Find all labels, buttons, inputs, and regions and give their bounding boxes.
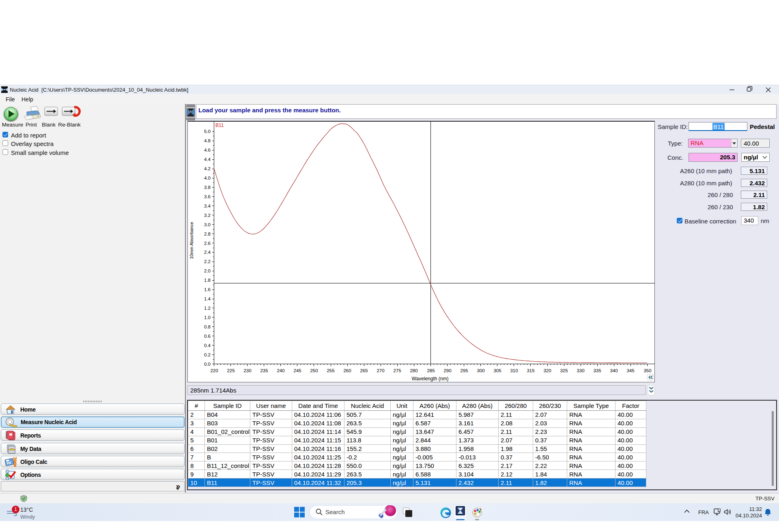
svg-text:1.6: 1.6 [204, 287, 211, 292]
svg-text:0.2: 0.2 [204, 352, 211, 357]
svg-text:3.4: 3.4 [204, 204, 211, 208]
svg-text:220: 220 [210, 368, 218, 373]
svg-text:1.8: 1.8 [204, 278, 211, 283]
svg-text:3.8: 3.8 [204, 185, 211, 190]
svg-text:320: 320 [543, 368, 551, 373]
svg-text:2.0: 2.0 [204, 268, 211, 273]
svg-text:280: 280 [410, 368, 417, 373]
svg-text:270: 270 [377, 368, 384, 373]
svg-text:285: 285 [427, 368, 435, 373]
svg-text:3.6: 3.6 [204, 194, 211, 199]
svg-text:4.6: 4.6 [204, 148, 211, 152]
svg-text:4.2: 4.2 [204, 166, 211, 171]
svg-text:300: 300 [477, 368, 484, 373]
svg-text:345: 345 [626, 368, 634, 373]
svg-text:295: 295 [460, 368, 468, 373]
svg-text:0.6: 0.6 [204, 334, 211, 339]
svg-text:3.2: 3.2 [204, 213, 211, 218]
svg-text:335: 335 [593, 368, 601, 373]
svg-text:4.8: 4.8 [204, 138, 211, 143]
svg-text:260: 260 [343, 368, 351, 373]
svg-text:240: 240 [277, 368, 284, 373]
svg-text:0.4: 0.4 [204, 343, 211, 348]
svg-text:10mm Absorbance: 10mm Absorbance [189, 222, 194, 259]
svg-text:5.0: 5.0 [204, 129, 211, 134]
svg-text:1.2: 1.2 [204, 306, 211, 311]
svg-text:2.4: 2.4 [204, 250, 211, 255]
svg-text:4.4: 4.4 [204, 157, 211, 162]
svg-text:230: 230 [243, 368, 251, 373]
svg-text:1.0: 1.0 [204, 315, 211, 320]
svg-text:2.2: 2.2 [204, 259, 211, 264]
svg-text:Wavelength (nm): Wavelength (nm) [412, 376, 449, 382]
svg-text:225: 225 [227, 368, 235, 373]
svg-text:235: 235 [260, 368, 268, 373]
svg-text:4.0: 4.0 [204, 176, 211, 180]
svg-text:350: 350 [643, 368, 651, 373]
svg-text:275: 275 [393, 368, 401, 373]
svg-text:305: 305 [493, 368, 501, 373]
svg-text:245: 245 [293, 368, 301, 373]
svg-text:0.8: 0.8 [204, 324, 211, 329]
svg-text:340: 340 [610, 368, 618, 373]
svg-text:2.8: 2.8 [204, 232, 211, 236]
svg-text:310: 310 [510, 368, 518, 373]
svg-text:3.0: 3.0 [204, 222, 211, 227]
svg-text:B11: B11 [215, 122, 224, 128]
svg-text:325: 325 [560, 368, 568, 373]
svg-text:1.4: 1.4 [204, 296, 211, 301]
svg-text:2.6: 2.6 [204, 241, 211, 246]
svg-text:290: 290 [443, 368, 451, 373]
svg-text:315: 315 [527, 368, 534, 373]
svg-text:265: 265 [360, 368, 368, 373]
svg-text:330: 330 [577, 368, 584, 373]
svg-text:250: 250 [310, 368, 318, 373]
svg-text:0.0: 0.0 [204, 362, 211, 367]
svg-text:255: 255 [327, 368, 334, 373]
